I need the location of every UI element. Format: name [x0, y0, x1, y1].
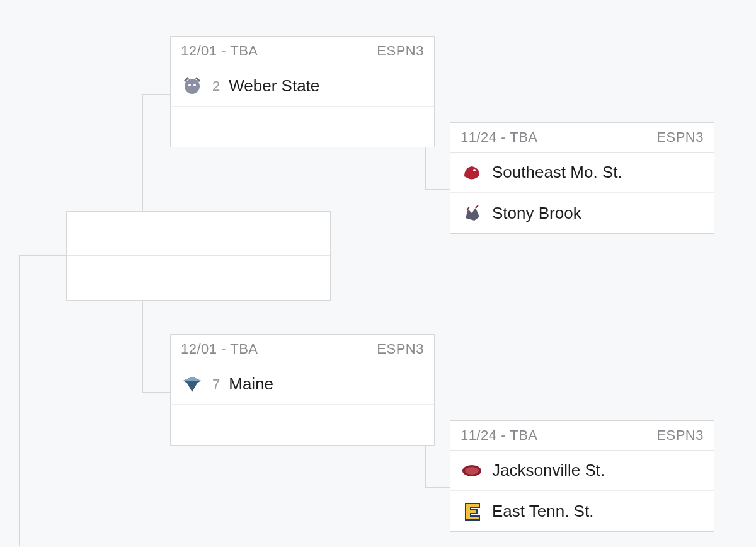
- matchup-header: 11/24 - TBA ESPN3: [450, 123, 714, 153]
- team-seed: 2: [212, 78, 220, 95]
- matchup-date-time: 12/01 - TBA: [181, 43, 258, 59]
- team-row[interactable]: Southeast Mo. St.: [450, 153, 714, 193]
- team-name: Southeast Mo. St.: [492, 163, 622, 182]
- team-name: Stony Brook: [492, 204, 581, 223]
- team-row[interactable]: Jacksonville St.: [450, 451, 714, 491]
- team-name: Weber State: [229, 76, 319, 96]
- jacksonville-st-logo-icon: [461, 459, 483, 482]
- maine-logo-icon: [181, 373, 203, 396]
- matchup-header: 11/24 - TBA ESPN3: [450, 421, 714, 451]
- team-row[interactable]: 7 Maine: [171, 364, 434, 405]
- svg-point-2: [193, 84, 196, 86]
- team-seed: 7: [212, 376, 220, 393]
- team-row-empty: [171, 107, 434, 147]
- matchup-date-time: 11/24 - TBA: [461, 129, 538, 146]
- team-name: Jacksonville St.: [492, 461, 605, 480]
- connector-line: [425, 189, 450, 190]
- matchup-network: ESPN3: [656, 427, 704, 444]
- stony-brook-logo-icon: [461, 202, 483, 224]
- matchup-card-first-top[interactable]: 11/24 - TBA ESPN3 Southeast Mo. St. Ston…: [450, 122, 714, 234]
- team-row-empty: [67, 212, 330, 256]
- connector-line: [142, 392, 170, 393]
- matchup-network: ESPN3: [377, 43, 424, 59]
- connector-line: [142, 94, 170, 95]
- etsu-logo-icon: [461, 500, 483, 522]
- matchup-card-semi-top[interactable]: 12/01 - TBA ESPN3 2 Weber State: [170, 36, 435, 147]
- team-row[interactable]: East Tenn. St.: [450, 491, 714, 531]
- team-row-empty: [67, 256, 330, 300]
- connector-line: [142, 299, 143, 393]
- matchup-date-time: 11/24 - TBA: [461, 427, 538, 444]
- matchup-card-first-bottom[interactable]: 11/24 - TBA ESPN3 Jacksonville St. East …: [450, 420, 714, 532]
- matchup-date-time: 12/01 - TBA: [181, 341, 258, 357]
- team-row[interactable]: 2 Weber State: [171, 66, 434, 107]
- team-name: East Tenn. St.: [492, 502, 593, 521]
- svg-point-5: [465, 467, 479, 475]
- matchup-header: 12/01 - TBA ESPN3: [171, 37, 434, 66]
- matchup-card-final[interactable]: [66, 211, 331, 301]
- team-row-empty: [171, 405, 434, 445]
- svg-point-3: [473, 169, 476, 171]
- svg-point-1: [188, 84, 191, 86]
- connector-line: [19, 256, 20, 546]
- team-name: Maine: [229, 374, 273, 394]
- connector-line: [142, 95, 143, 211]
- matchup-header: 12/01 - TBA ESPN3: [171, 335, 434, 364]
- bracket-stage: 12/01 - TBA ESPN3 2 Weber State 12/01 - …: [0, 0, 756, 547]
- svg-point-0: [185, 79, 200, 94]
- matchup-network: ESPN3: [656, 129, 704, 146]
- team-row[interactable]: Stony Brook: [450, 193, 714, 233]
- matchup-card-semi-bottom[interactable]: 12/01 - TBA ESPN3 7 Maine: [170, 334, 435, 446]
- connector-line: [19, 255, 66, 256]
- connector-line: [425, 487, 450, 488]
- matchup-network: ESPN3: [377, 341, 424, 357]
- weber-state-logo-icon: [181, 75, 203, 98]
- semo-logo-icon: [461, 161, 483, 184]
